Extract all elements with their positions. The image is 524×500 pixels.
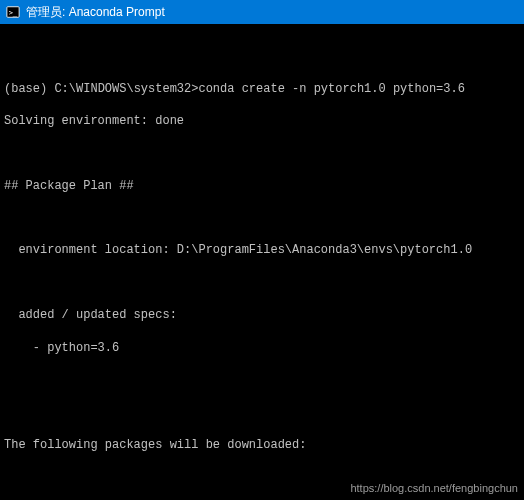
blank-line: [4, 372, 520, 388]
added-specs-item: - python=3.6: [4, 340, 520, 356]
solving-line: Solving environment: done: [4, 113, 520, 129]
blank-line: [4, 145, 520, 161]
terminal-icon: >_: [6, 5, 20, 19]
plan-header: ## Package Plan ##: [4, 178, 520, 194]
window-titlebar[interactable]: >_ 管理员: Anaconda Prompt: [0, 0, 524, 24]
prompt-line: (base) C:\WINDOWS\system32>conda create …: [4, 81, 520, 97]
env-location: environment location: D:\ProgramFiles\An…: [4, 242, 520, 258]
terminal-output[interactable]: (base) C:\WINDOWS\system32>conda create …: [0, 24, 524, 500]
window-title: 管理员: Anaconda Prompt: [26, 4, 165, 21]
downloads-header: The following packages will be downloade…: [4, 437, 520, 453]
blank-line: [4, 210, 520, 226]
svg-text:>_: >_: [9, 9, 18, 17]
watermark-text: https://blog.csdn.net/fengbingchun: [350, 481, 518, 496]
added-specs-header: added / updated specs:: [4, 307, 520, 323]
blank-line: [4, 275, 520, 291]
blank-line: [4, 48, 520, 64]
blank-line: [4, 404, 520, 420]
